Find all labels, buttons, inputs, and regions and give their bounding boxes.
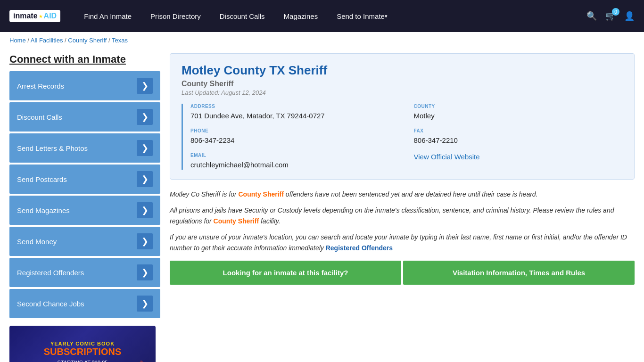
cart-badge: 0 — [612, 8, 619, 16]
desc1-before: Motley Co Sheriff is for — [170, 190, 239, 198]
desc1-after: offenders have not been sentenced yet an… — [284, 190, 538, 198]
logo-aid-text: AID — [44, 12, 57, 20]
fax-block: FAX 806-347-2210 — [414, 128, 623, 145]
nav-discount-calls[interactable]: Discount Calls — [210, 0, 274, 32]
sidebar-btn-send-postcards-arrow: ❯ — [137, 171, 153, 187]
nav-links: Find An Inmate Prison Directory Discount… — [74, 0, 586, 32]
desc1-highlight[interactable]: County Sheriff — [239, 190, 284, 198]
county-label: COUNTY — [414, 104, 623, 109]
sidebar-btn-arrest-records[interactable]: Arrest Records ❯ — [9, 71, 160, 100]
sidebar-btn-send-letters-arrow: ❯ — [137, 140, 153, 156]
desc3-highlight[interactable]: Registered Offenders — [326, 244, 393, 252]
sidebar-btn-send-magazines-arrow: ❯ — [137, 202, 153, 218]
website-block: View Official Website — [414, 153, 623, 170]
sidebar-btn-send-letters[interactable]: Send Letters & Photos ❯ — [9, 133, 160, 163]
navbar: inmate ★ AID Find An Inmate Prison Direc… — [0, 0, 644, 32]
ad-comic-label: SUBSCRIPTIONS — [44, 346, 121, 357]
sidebar-btn-send-magazines[interactable]: Send Magazines ❯ — [9, 196, 160, 225]
nav-find-inmate[interactable]: Find An Inmate — [74, 0, 141, 32]
bottom-buttons: Looking for an inmate at this facility? … — [170, 261, 635, 285]
address-label: ADDRESS — [190, 104, 400, 109]
phone-value: 806-347-2234 — [190, 135, 400, 145]
sidebar-btn-send-money-arrow: ❯ — [137, 233, 153, 249]
facility-type: County Sheriff — [182, 80, 623, 88]
sidebar-btn-arrest-records-arrow: ❯ — [137, 78, 153, 94]
description-1: Motley Co Sheriff is for County Sheriff … — [170, 189, 635, 199]
visitation-info-button[interactable]: Visitation Information, Times and Rules — [403, 261, 635, 285]
main-container: Connect with an Inmate Arrest Records ❯ … — [0, 49, 644, 362]
fax-label: FAX — [414, 128, 623, 133]
sidebar-btn-discount-calls-label: Discount Calls — [17, 113, 62, 121]
desc3-before: If you are unsure of your inmate's locat… — [170, 233, 627, 251]
sidebar: Connect with an Inmate Arrest Records ❯ … — [9, 53, 160, 362]
nav-prison-directory[interactable]: Prison Directory — [141, 0, 210, 32]
email-value: crutchleymichael@hotmail.com — [190, 160, 400, 170]
sidebar-btn-second-chance[interactable]: Second Chance Jobs ❯ — [9, 289, 160, 318]
sidebar-btn-discount-calls[interactable]: Discount Calls ❯ — [9, 102, 160, 132]
nav-send-to-inmate[interactable]: Send to Inmate — [327, 0, 397, 32]
sidebar-btn-send-postcards[interactable]: Send Postcards ❯ — [9, 165, 160, 194]
sidebar-btn-registered-offenders-arrow: ❯ — [137, 264, 153, 280]
facility-card: Motley County TX Sheriff County Sheriff … — [170, 53, 635, 180]
cart-icon[interactable]: 🛒 0 — [605, 11, 616, 21]
address-value: 701 Dundee Ave, Matador, TX 79244-0727 — [190, 111, 400, 121]
sidebar-ad[interactable]: YEARLY COMIC BOOK SUBSCRIPTIONS STARTING… — [9, 326, 156, 362]
email-block: EMAIL crutchleymichael@hotmail.com — [190, 153, 400, 170]
sidebar-btn-send-magazines-label: Send Magazines — [17, 206, 70, 214]
ad-yearly-label: YEARLY COMIC BOOK — [50, 341, 115, 346]
facility-name: Motley County TX Sheriff — [182, 63, 623, 78]
user-icon[interactable]: 👤 — [624, 11, 635, 21]
search-icon[interactable]: 🔍 — [586, 11, 597, 21]
facility-info-grid: ADDRESS 701 Dundee Ave, Matador, TX 7924… — [182, 104, 623, 170]
county-value: Motley — [414, 111, 623, 121]
facility-updated: Last Updated: August 12, 2024 — [182, 89, 623, 96]
looking-for-inmate-button[interactable]: Looking for an inmate at this facility? — [170, 261, 401, 285]
desc2-after: facility. — [259, 217, 281, 225]
sidebar-title: Connect with an Inmate — [9, 53, 160, 66]
sidebar-btn-send-money-label: Send Money — [17, 238, 57, 246]
address-block: ADDRESS 701 Dundee Ave, Matador, TX 7924… — [190, 104, 400, 121]
logo[interactable]: inmate ★ AID — [9, 10, 60, 22]
phone-block: PHONE 806-347-2234 — [190, 128, 400, 145]
nav-magazines[interactable]: Magazines — [274, 0, 328, 32]
sidebar-btn-registered-offenders[interactable]: Registered Offenders ❯ — [9, 258, 160, 287]
sidebar-btn-second-chance-label: Second Chance Jobs — [17, 300, 84, 308]
sidebar-btn-send-postcards-label: Send Postcards — [17, 175, 67, 183]
county-block: COUNTY Motley — [414, 104, 623, 121]
breadcrumb-county-sheriff[interactable]: County Sheriff — [68, 37, 107, 44]
breadcrumb: Home / All Facilities / County Sheriff /… — [0, 32, 644, 49]
logo-inmate-text: inmate — [13, 12, 38, 20]
breadcrumb-home[interactable]: Home — [9, 37, 26, 44]
phone-label: PHONE — [190, 128, 400, 133]
description-2: All prisons and jails have Security or C… — [170, 205, 635, 226]
content: Motley County TX Sheriff County Sheriff … — [170, 53, 635, 362]
breadcrumb-texas[interactable]: Texas — [112, 37, 128, 44]
nav-icons: 🔍 🛒 0 👤 — [586, 11, 635, 21]
logo-star-icon: ★ — [39, 14, 43, 19]
fax-value: 806-347-2210 — [414, 135, 623, 145]
ad-price-label: STARTING AT $19.95 — [58, 360, 108, 362]
sidebar-btn-send-letters-label: Send Letters & Photos — [17, 144, 88, 152]
email-label: EMAIL — [190, 153, 400, 158]
desc2-highlight[interactable]: County Sheriff — [214, 217, 259, 225]
sidebar-btn-second-chance-arrow: ❯ — [137, 296, 153, 312]
sidebar-btn-discount-calls-arrow: ❯ — [137, 109, 153, 125]
sidebar-btn-registered-offenders-label: Registered Offenders — [17, 269, 84, 277]
description-3: If you are unsure of your inmate's locat… — [170, 232, 635, 253]
breadcrumb-all-facilities[interactable]: All Facilities — [31, 37, 63, 44]
view-official-website-link[interactable]: View Official Website — [414, 153, 480, 161]
sidebar-btn-send-money[interactable]: Send Money ❯ — [9, 227, 160, 256]
ad-superman-icon: 🦸 — [121, 360, 152, 362]
sidebar-btn-arrest-records-label: Arrest Records — [17, 82, 64, 90]
